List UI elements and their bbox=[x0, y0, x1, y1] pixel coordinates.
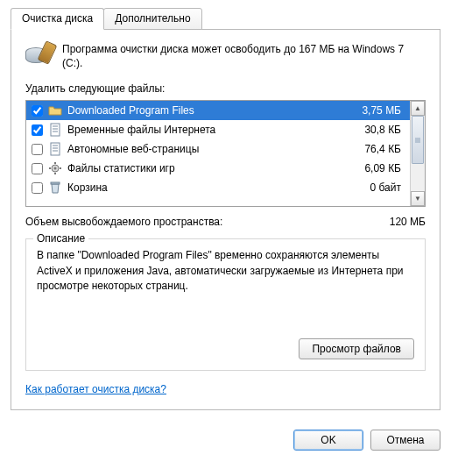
item-checkbox[interactable] bbox=[32, 124, 43, 136]
item-size: 76,4 КБ bbox=[345, 143, 406, 155]
item-size: 6,09 КБ bbox=[345, 162, 406, 174]
item-name: Файлы статистики игр bbox=[67, 162, 345, 174]
item-name: Автономные веб-страницы bbox=[67, 143, 345, 155]
item-checkbox[interactable] bbox=[32, 144, 43, 155]
description-title: Описание bbox=[33, 232, 88, 245]
disk-cleanup-dialog: Очистка диска Дополнительно Программа оч… bbox=[0, 0, 451, 421]
page-icon bbox=[48, 123, 62, 137]
description-text: В папке "Downloaded Program Files" време… bbox=[37, 248, 414, 331]
svg-rect-0 bbox=[51, 124, 60, 136]
tab-cleanup[interactable]: Очистка диска bbox=[11, 8, 104, 30]
dialog-footer: OK Отмена bbox=[0, 421, 451, 459]
svg-rect-14 bbox=[51, 182, 60, 184]
item-size: 0 байт bbox=[345, 181, 406, 194]
total-value: 120 МБ bbox=[390, 216, 426, 228]
view-files-button[interactable]: Просмотр файлов bbox=[299, 338, 414, 359]
list-item[interactable]: Автономные веб-страницы76,4 КБ bbox=[26, 139, 410, 159]
item-checkbox[interactable] bbox=[32, 105, 43, 117]
folder-icon bbox=[48, 103, 62, 117]
item-name: Временные файлы Интернета bbox=[67, 124, 345, 136]
item-checkbox[interactable] bbox=[32, 182, 43, 194]
how-cleanup-works-link[interactable]: Как работает очистка диска? bbox=[25, 383, 166, 395]
list-item[interactable]: Временные файлы Интернета30,8 КБ bbox=[26, 120, 410, 139]
scroll-down-button[interactable]: ▼ bbox=[411, 191, 425, 206]
svg-rect-4 bbox=[51, 143, 60, 155]
item-name: Downloaded Program Files bbox=[67, 104, 345, 117]
tab-strip: Очистка диска Дополнительно bbox=[11, 7, 440, 29]
list-item[interactable]: Файлы статистики игр6,09 КБ bbox=[26, 159, 410, 178]
tab-advanced[interactable]: Дополнительно bbox=[103, 8, 201, 30]
file-list: Downloaded Program Files3,75 МБВременные… bbox=[25, 100, 426, 207]
intro-text: Программа очистки диска может освободить… bbox=[62, 42, 426, 70]
total-line: Объем высвобождаемого пространства: 120 … bbox=[25, 216, 426, 228]
svg-point-9 bbox=[54, 167, 57, 170]
scroll-up-button[interactable]: ▲ bbox=[411, 101, 425, 116]
item-name: Корзина bbox=[67, 181, 345, 194]
tab-page-cleanup: Программа очистки диска может освободить… bbox=[11, 29, 440, 410]
item-size: 30,8 КБ bbox=[345, 124, 406, 136]
cancel-button[interactable]: Отмена bbox=[370, 430, 440, 451]
scroll-thumb[interactable] bbox=[412, 116, 424, 164]
list-item[interactable]: Корзина0 байт bbox=[26, 178, 410, 197]
ok-button[interactable]: OK bbox=[293, 430, 363, 451]
intro-block: Программа очистки диска может освободить… bbox=[25, 42, 426, 70]
bin-icon bbox=[48, 181, 62, 195]
delete-files-label: Удалить следующие файлы: bbox=[25, 82, 426, 95]
disk-cleanup-icon bbox=[25, 42, 53, 70]
item-size: 3,75 МБ bbox=[345, 104, 406, 117]
description-group: Описание В папке "Downloaded Program Fil… bbox=[25, 238, 426, 371]
list-item[interactable]: Downloaded Program Files3,75 МБ bbox=[26, 101, 410, 120]
scroll-track[interactable] bbox=[411, 116, 425, 191]
total-label: Объем высвобождаемого пространства: bbox=[25, 216, 390, 228]
page-icon bbox=[48, 142, 62, 156]
gear-icon bbox=[48, 161, 62, 175]
scrollbar[interactable]: ▲ ▼ bbox=[410, 101, 425, 206]
item-checkbox[interactable] bbox=[32, 163, 43, 174]
